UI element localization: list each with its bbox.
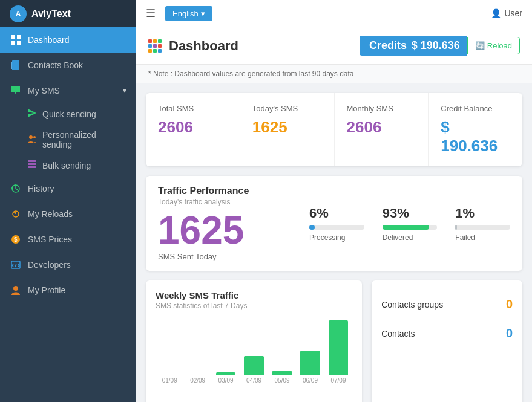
content-area: Dashboard Credits $ 190.636 🔄 Reload * N… <box>136 27 532 402</box>
message-icon <box>10 85 22 97</box>
weekly-subtitle: SMS statistics of last 7 Days <box>156 302 352 310</box>
sidebar-item-label: My SMS <box>28 86 123 96</box>
traffic-metric-failed: 1% Failed <box>455 206 510 242</box>
svg-rect-0 <box>11 35 15 39</box>
svg-rect-11 <box>28 166 36 168</box>
sidebar-item-label: History <box>28 184 126 193</box>
grid-icon <box>10 34 22 46</box>
book-icon <box>10 59 22 71</box>
chart-label: 02/09 <box>190 377 205 384</box>
sidebar-item-label: Dashboard <box>28 35 126 45</box>
app-title: AvlyText <box>31 8 71 19</box>
sidebar-item-my-reloads[interactable]: My Reloads <box>0 201 136 227</box>
user-icon: 👤 <box>491 8 501 18</box>
credits-label: Credits <box>369 39 407 51</box>
hamburger-icon[interactable]: ☰ <box>146 7 156 20</box>
sidebar-item-my-profile[interactable]: My Profile <box>0 277 136 303</box>
chart-label: 01/09 <box>162 377 177 384</box>
sidebar-item-label: My Profile <box>28 285 126 295</box>
traffic-metric-label: Delivered <box>383 233 438 242</box>
contacts-groups-row: Contacts groups 0 <box>381 290 513 319</box>
stat-label: Total SMS <box>158 104 228 113</box>
sidebar-item-developers[interactable]: Developers <box>0 252 136 277</box>
page-title: Dashboard <box>169 38 360 54</box>
stats-row: Total SMS 2606 Today's SMS 1625 Monthly … <box>146 93 522 166</box>
sidebar-item-contacts-book[interactable]: Contacts Book <box>0 53 136 78</box>
price-icon: $ <box>10 233 22 245</box>
credits-badge: Credits $ 190.636 <box>360 36 467 56</box>
profile-icon <box>10 284 22 296</box>
stat-label: Monthly SMS <box>347 104 416 113</box>
main-area: ☰ English ▾ 👤 User Dashboard <box>136 0 532 402</box>
sidebar-item-dashboard[interactable]: Dashboard <box>0 27 136 53</box>
chart-area: 01/09 02/09 03/09 04/09 05/09 06/09 07/0… <box>156 317 352 396</box>
traffic-bar-bg <box>455 225 510 230</box>
reload-button[interactable]: 🔄 Reload <box>467 37 520 54</box>
user-label: User <box>504 8 522 18</box>
stat-card-credit-balance: Credit Balance $ 190.636 <box>429 93 522 166</box>
dashboard-header: Dashboard Credits $ 190.636 🔄 Reload <box>136 27 532 65</box>
stat-value: 1625 <box>252 118 322 137</box>
chart-bar <box>329 320 349 375</box>
svg-marker-6 <box>28 109 36 117</box>
chart-label: 06/09 <box>303 377 318 384</box>
language-label: English <box>172 9 199 18</box>
svg-rect-9 <box>28 160 36 162</box>
chart-column: 02/09 <box>183 317 211 384</box>
stat-value: 2606 <box>347 118 416 137</box>
stat-value: 2606 <box>158 118 228 137</box>
language-button[interactable]: English ▾ <box>165 6 212 21</box>
sidebar-item-sms-prices[interactable]: $ SMS Prices <box>0 227 136 252</box>
sidebar-item-label: Quick sending <box>42 109 96 119</box>
chart-bars: 01/09 02/09 03/09 04/09 05/09 06/09 07/0… <box>156 317 352 396</box>
contacts-panel: Contacts groups 0 Contacts 0 <box>372 280 522 402</box>
sidebar-item-history[interactable]: History <box>0 176 136 201</box>
sidebar-item-label: Developers <box>28 260 126 270</box>
sidebar-item-my-sms[interactable]: My SMS ▾ <box>0 78 136 103</box>
reload-icon: 🔄 <box>475 41 485 50</box>
note-text: * Note : Dashboard values are generated … <box>148 70 354 78</box>
svg-rect-1 <box>17 35 21 39</box>
traffic-metrics: 6% Processing 93% Delivered 1% <box>291 206 510 242</box>
chevron-down-icon: ▾ <box>123 86 126 95</box>
chart-column: 06/09 <box>296 317 324 384</box>
svg-rect-3 <box>17 41 21 45</box>
contacts-row: Contacts 0 <box>381 319 513 348</box>
sidebar-item-quick-sending[interactable]: Quick sending <box>0 103 136 125</box>
traffic-bar-bg <box>383 225 438 230</box>
history-icon <box>10 183 22 195</box>
contacts-value: 0 <box>506 326 513 340</box>
traffic-metric-delivered: 93% Delivered <box>383 206 438 242</box>
traffic-bar <box>455 225 457 230</box>
sidebar-item-personalized-sending[interactable]: Personnalized sending <box>0 125 136 155</box>
chart-column: 05/09 <box>268 317 296 384</box>
sidebar-header: A AvlyText <box>0 0 136 27</box>
top-navbar: ☰ English ▾ 👤 User <box>136 0 532 27</box>
chart-column: 04/09 <box>240 317 268 384</box>
stat-card-monthly-sms: Monthly SMS 2606 <box>335 93 429 166</box>
dashboard-grid-icon <box>148 39 162 53</box>
traffic-big-number: 1625 <box>158 211 291 250</box>
contacts-groups-value: 0 <box>506 297 513 311</box>
svg-rect-5 <box>11 62 12 69</box>
chart-label: 03/09 <box>218 377 234 384</box>
svg-point-18 <box>13 286 18 291</box>
chart-bar <box>244 356 264 375</box>
traffic-pct: 6% <box>309 206 364 221</box>
stat-card-today-sms: Today's SMS 1625 <box>240 93 335 166</box>
stat-value: $ 190.636 <box>441 118 510 155</box>
svg-line-17 <box>15 264 16 267</box>
traffic-metric-processing: 6% Processing <box>309 206 364 242</box>
svg-rect-2 <box>11 41 15 45</box>
sidebar-item-label: My Reloads <box>28 209 126 219</box>
chart-column: 07/09 <box>324 317 352 384</box>
traffic-section: Traffic Performance Today's traffic anal… <box>146 176 522 271</box>
credits-section: Credits $ 190.636 🔄 Reload <box>360 36 520 56</box>
svg-point-7 <box>29 135 33 139</box>
traffic-pct: 1% <box>455 206 510 221</box>
contacts-groups-label: Contacts groups <box>381 300 443 310</box>
dropdown-arrow-icon: ▾ <box>201 9 205 18</box>
sidebar-item-bulk-sending[interactable]: Bulk sending <box>0 155 136 176</box>
stat-label: Today's SMS <box>252 104 322 113</box>
user-menu[interactable]: 👤 User <box>491 8 522 18</box>
